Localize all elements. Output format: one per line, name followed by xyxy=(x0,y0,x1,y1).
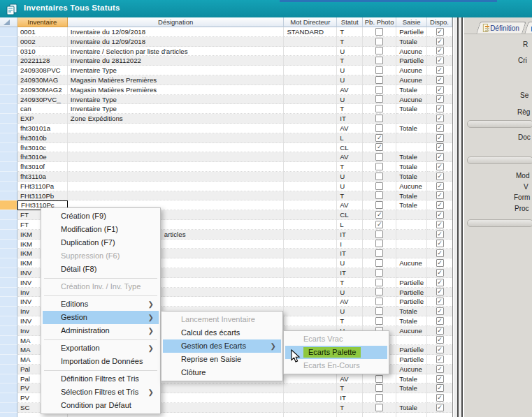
cell-pb-photo[interactable] xyxy=(363,393,396,403)
cell-mot-directeur[interactable] xyxy=(284,124,337,133)
row-selector[interactable] xyxy=(0,133,17,143)
cell-inventaire[interactable]: 240930MAG xyxy=(17,75,68,85)
cell-dispo[interactable]: ✓ xyxy=(427,316,452,326)
dispo-checkbox[interactable]: ✓ xyxy=(436,317,444,325)
cell-dispo[interactable]: ✓ xyxy=(427,355,452,365)
cell-saisie[interactable]: Totale xyxy=(396,307,427,316)
cell-pb-photo[interactable] xyxy=(363,85,396,95)
cell-dispo[interactable]: ✓ xyxy=(427,152,452,162)
row-selector[interactable] xyxy=(0,316,17,326)
cell-statut[interactable]: U xyxy=(337,258,363,268)
cell-saisie[interactable]: Aucune xyxy=(396,326,427,336)
column-header-saisie[interactable]: Saisie xyxy=(396,17,427,27)
pb-photo-checkbox[interactable] xyxy=(375,231,383,238)
pb-photo-checkbox[interactable] xyxy=(375,38,383,45)
cell-statut[interactable]: CL xyxy=(337,210,363,220)
cell-pb-photo[interactable] xyxy=(363,172,396,182)
dispo-checkbox[interactable]: ✓ xyxy=(436,288,444,295)
row-selector[interactable] xyxy=(0,278,17,288)
cell-pb-photo[interactable] xyxy=(363,413,396,417)
cell-dispo[interactable]: ✓ xyxy=(427,191,452,201)
cell-dispo[interactable]: ✓ xyxy=(427,75,452,85)
cell-mot-directeur[interactable] xyxy=(284,191,337,201)
cell-designation[interactable]: Magasin Matières Premières xyxy=(68,85,285,95)
dispo-checkbox[interactable]: ✓ xyxy=(436,279,444,286)
cell-statut[interactable]: IT xyxy=(337,230,363,240)
row-selector[interactable] xyxy=(0,393,17,403)
cell-saisie[interactable]: Aucune xyxy=(396,258,427,268)
cell-statut[interactable]: U xyxy=(337,288,363,298)
pb-photo-checkbox[interactable] xyxy=(375,249,383,257)
dispo-checkbox[interactable]: ✓ xyxy=(436,115,444,122)
cell-designation[interactable] xyxy=(68,152,285,162)
cell-statut[interactable]: T xyxy=(337,278,363,288)
pb-photo-checkbox[interactable] xyxy=(375,191,383,199)
dispo-checkbox[interactable]: ✓ xyxy=(436,173,444,180)
cell-pb-photo[interactable] xyxy=(363,37,396,47)
cell-inventaire[interactable]: FHt3110Pa xyxy=(17,182,68,191)
dispo-checkbox[interactable]: ✓ xyxy=(436,86,444,94)
menu-item-administration[interactable]: Administration❯ xyxy=(43,324,159,337)
cell-dispo[interactable]: ✓ xyxy=(427,85,452,95)
cell-statut[interactable]: AV xyxy=(337,297,363,307)
column-header-inventaire[interactable]: Inventaire xyxy=(17,17,68,27)
row-selector[interactable] xyxy=(0,365,17,374)
cell-statut[interactable]: T xyxy=(337,316,363,326)
cell-statut[interactable]: IT xyxy=(337,249,363,258)
cell-saisie[interactable] xyxy=(396,413,427,417)
cell-pb-photo[interactable] xyxy=(363,27,396,37)
cell-saisie[interactable] xyxy=(396,393,427,403)
pb-photo-checkbox[interactable]: ✓ xyxy=(375,134,383,142)
cell-saisie[interactable]: Totale xyxy=(396,152,427,162)
pb-photo-checkbox[interactable] xyxy=(375,163,383,170)
cell-designation[interactable]: Inventaire Type xyxy=(68,95,285,105)
menu-item-exportation[interactable]: Exportation❯ xyxy=(43,342,159,355)
dispo-checkbox[interactable]: ✓ xyxy=(436,143,444,151)
cell-saisie[interactable]: Aucune xyxy=(396,365,427,374)
cell-saisie[interactable]: Partielle xyxy=(396,345,427,355)
cell-designation[interactable]: Inventaire Type xyxy=(68,104,285,114)
dispo-checkbox[interactable]: ✓ xyxy=(436,57,444,64)
cell-saisie[interactable]: Totale xyxy=(396,200,427,210)
cell-pb-photo[interactable]: ✓ xyxy=(363,143,396,153)
panel-splitter[interactable] xyxy=(454,17,463,417)
cell-mot-directeur[interactable] xyxy=(284,403,337,413)
row-selector[interactable] xyxy=(0,307,17,316)
cell-saisie[interactable]: Aucune xyxy=(396,182,427,191)
column-header-mot-directeur[interactable]: Mot Directeur xyxy=(284,17,337,27)
row-selector[interactable] xyxy=(0,230,17,240)
cell-statut[interactable]: L xyxy=(337,133,363,143)
cell-mot-directeur[interactable] xyxy=(284,413,337,417)
row-selector[interactable] xyxy=(0,200,17,210)
cell-mot-directeur[interactable] xyxy=(284,230,337,240)
pb-photo-checkbox[interactable] xyxy=(375,86,383,94)
cell-dispo[interactable]: ✓ xyxy=(427,133,452,143)
cell-statut[interactable]: T xyxy=(337,104,363,114)
dispo-checkbox[interactable]: ✓ xyxy=(436,191,444,199)
cell-inventaire[interactable]: 240930MAG2 xyxy=(17,85,68,95)
row-selector[interactable] xyxy=(0,114,17,124)
row-selector[interactable] xyxy=(0,143,17,153)
pb-photo-checkbox[interactable] xyxy=(375,201,383,209)
cell-saisie[interactable]: Aucune xyxy=(396,66,427,75)
cell-mot-directeur[interactable] xyxy=(284,162,337,172)
pb-photo-checkbox[interactable] xyxy=(375,307,383,315)
cell-designation[interactable]: Inventaire du 28112022 xyxy=(68,56,285,66)
row-selector[interactable] xyxy=(0,326,17,336)
pb-photo-checkbox[interactable] xyxy=(375,394,383,402)
cell-inventaire[interactable]: 0001 xyxy=(17,27,68,37)
cell-mot-directeur[interactable] xyxy=(284,66,337,75)
cell-pb-photo[interactable] xyxy=(363,104,396,114)
pb-photo-checkbox[interactable] xyxy=(375,57,383,64)
cell-pb-photo[interactable]: ✓ xyxy=(363,133,396,143)
cell-mot-directeur[interactable] xyxy=(284,182,337,191)
cell-saisie[interactable]: Partielle xyxy=(396,288,427,298)
cell-saisie[interactable]: Totale xyxy=(396,383,427,393)
dispo-checkbox[interactable]: ✓ xyxy=(436,394,444,402)
cell-dispo[interactable]: ✓ xyxy=(427,220,452,230)
menu-item-s-lection-filtres-et-tris[interactable]: Sélection Filtres et Tris❯ xyxy=(43,386,159,399)
row-selector[interactable] xyxy=(0,47,17,57)
cell-statut[interactable]: U xyxy=(337,182,363,191)
cell-pb-photo[interactable] xyxy=(363,374,396,384)
cell-statut[interactable]: T xyxy=(337,27,363,37)
